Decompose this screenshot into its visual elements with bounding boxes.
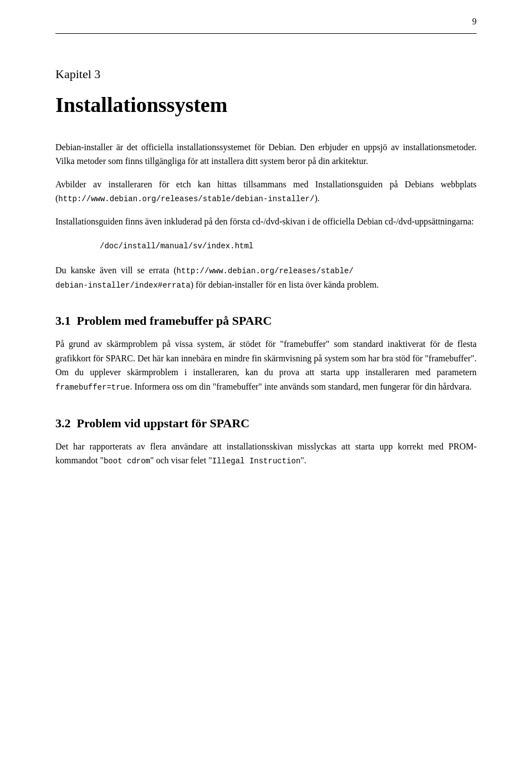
code-path: /doc/install/manual/sv/index.html [100, 240, 477, 252]
inline-code-framebuffer: framebuffer=true [55, 383, 130, 392]
paragraph-2: Avbilder av installeraren för etch kan h… [55, 177, 477, 206]
paragraph-3: Installationsguiden finns även inkludera… [55, 214, 477, 229]
link-debian-installer[interactable]: http://www.debian.org/releases/stable/de… [58, 195, 314, 203]
paragraph-errata: Du kanske även vill se errata (http://ww… [55, 263, 477, 292]
paragraph-1: Debian-installer är det officiella insta… [55, 140, 477, 168]
top-rule [55, 33, 477, 34]
section-31-paragraph-1: På grund av skärmproblem på vissa system… [55, 337, 477, 393]
chapter-label: Kapitel 3 [55, 67, 477, 81]
section-31-heading: 3.1 Problem med framebuffer på SPARC [55, 314, 477, 328]
page-container: 9 Kapitel 3 Installationssystem Debian-i… [0, 0, 532, 777]
inline-code-illegal-instruction: Illegal Instruction [212, 457, 301, 466]
link-errata[interactable]: http://www.debian.org/releases/stable/de… [55, 267, 354, 290]
section-32-paragraph-1: Det har rapporterats av flera användare … [55, 439, 477, 468]
inline-code-boot-cdrom: boot cdrom [104, 457, 150, 466]
section-32-heading: 3.2 Problem vid uppstart för SPARC [55, 416, 477, 431]
page-number: 9 [472, 17, 477, 27]
chapter-title: Installationssystem [55, 93, 477, 118]
